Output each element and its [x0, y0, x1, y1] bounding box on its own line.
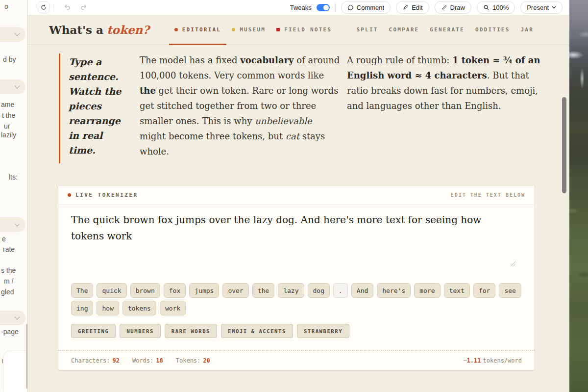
tokenizer-panel-label: LIVE TOKENIZER	[68, 192, 138, 198]
token-chip[interactable]: text	[444, 283, 470, 298]
token-chip[interactable]: work	[160, 301, 186, 315]
sidebar-text-fragment: gled	[1, 288, 14, 296]
sidebar-text-fragment: lazily	[1, 131, 16, 139]
sidebar-text-fragment: lts:	[9, 173, 18, 181]
token-chip[interactable]: lazy	[278, 283, 304, 298]
token-chip[interactable]: ing	[71, 301, 93, 315]
token-chip[interactable]: for	[473, 283, 495, 298]
page-title: What's atoken?	[49, 23, 149, 36]
sidebar-text-fragment: ame	[1, 101, 14, 108]
nav-item-oddities[interactable]: ODDITIES	[470, 15, 515, 45]
sidebar-collapsed-section[interactable]	[0, 27, 25, 42]
pencil-icon	[441, 4, 447, 11]
tokenizer-panel-hint: EDIT THE TEXT BELOW	[451, 192, 525, 198]
circle-dot-icon	[174, 28, 178, 31]
refresh-icon	[41, 4, 47, 10]
redo-icon[interactable]	[80, 4, 87, 10]
token-chip[interactable]: the	[252, 283, 274, 298]
token-chip[interactable]: quick	[97, 283, 126, 298]
preset-button-numbers[interactable]: NUMBERS	[120, 324, 160, 338]
chevron-down-icon	[14, 30, 20, 36]
sidebar-collapsed-section[interactable]	[0, 79, 25, 94]
edit-button[interactable]: Edit	[396, 1, 429, 14]
nav-item-jar[interactable]: JAR	[515, 15, 539, 45]
nav-item-editorial[interactable]: EDITORIAL	[169, 15, 226, 45]
toolbar-divider	[53, 3, 54, 11]
token-chip[interactable]: tokens	[122, 301, 156, 315]
tokenizer-input[interactable]: The quick brown fox jumps over the lazy …	[71, 212, 512, 273]
toolbar-divider	[335, 3, 336, 12]
intro-paragraph-2: A rough rule of thumb: 1 token ≈ ¾ of an…	[347, 52, 553, 113]
draw-button[interactable]: Draw	[435, 1, 471, 14]
stat-words: Words:18	[132, 357, 163, 364]
comment-icon	[347, 4, 354, 11]
nav-item-compare[interactable]: COMPARE	[384, 15, 425, 45]
sidebar-text-fragment: -page	[1, 328, 19, 336]
stat-characters: Characters:92	[71, 357, 120, 364]
zoom-button[interactable]: 100%	[477, 1, 515, 14]
square-dot-icon	[276, 28, 280, 31]
design-canvas: What's atoken? EDITORIALMUSEUMFIELD NOTE…	[28, 15, 569, 392]
token-chip[interactable]: .	[333, 283, 348, 298]
preset-button-greeting[interactable]: GREETING	[71, 324, 116, 338]
token-chip[interactable]: more	[414, 283, 440, 298]
sidebar-text-fragment: d by	[3, 55, 16, 63]
chevron-down-icon	[14, 83, 20, 88]
sidebar-collapsed-section[interactable]	[0, 311, 25, 325]
resize-handle-icon[interactable]	[511, 261, 516, 266]
token-chip[interactable]: here's	[377, 283, 411, 298]
sidebar-input-box[interactable]	[3, 350, 28, 392]
token-chip[interactable]: The	[71, 283, 93, 298]
token-chip[interactable]: over	[222, 283, 248, 298]
token-chip[interactable]: dog	[308, 283, 330, 298]
main-column: Tweaks Comment Edit Draw 100% Present	[28, 0, 569, 392]
sidebar-scrollbar[interactable]	[26, 324, 27, 389]
left-panel: o d by ame t the ur lazily lts: e rate s…	[0, 0, 28, 392]
intro-paragraph-1: The model has a fixed vocabulary of arou…	[140, 52, 341, 159]
token-chip[interactable]: brown	[130, 283, 160, 298]
undo-icon[interactable]	[64, 4, 71, 10]
sidebar-text-fragment: e	[2, 235, 6, 243]
sidebar-text-fragment: o	[4, 2, 8, 10]
page-scrollbar[interactable]	[562, 97, 566, 193]
nav-item-generate[interactable]: GENERATE	[424, 15, 470, 45]
site-nav-secondary: SPLITCOMPAREGENERATEODDITIESJAR	[351, 15, 539, 45]
token-chip[interactable]: see	[499, 283, 521, 298]
chevron-down-icon	[14, 314, 20, 319]
tokenizer-stats-bar: Characters:92Words:18Tokens:20 ~1.11toke…	[58, 350, 535, 370]
sidebar-text-fragment: ur	[4, 122, 10, 130]
tokens-per-word-ratio: ~1.11tokens/word	[463, 357, 522, 364]
sidebar-collapsed-section[interactable]	[0, 217, 25, 232]
token-list: Thequickbrownfoxjumpsoverthelazydog.Andh…	[71, 283, 523, 315]
tokenizer-input-text: The quick brown fox jumps over the lazy …	[71, 214, 481, 242]
token-chip[interactable]: And	[351, 283, 373, 298]
preset-button-strawberry[interactable]: STRAWBERRY	[297, 324, 349, 338]
stats-list: Characters:92Words:18Tokens:20	[71, 357, 223, 364]
sidebar-text-fragment: s the	[1, 266, 16, 274]
nav-item-field-notes[interactable]: FIELD NOTES	[271, 15, 337, 45]
site-header: What's atoken? EDITORIALMUSEUMFIELD NOTE…	[28, 15, 569, 45]
token-chip[interactable]: fox	[164, 283, 186, 298]
tweaks-toggle[interactable]	[317, 4, 330, 11]
preset-button-rare-words[interactable]: RARE WORDS	[165, 324, 217, 338]
toolbar-actions: Tweaks Comment Edit Draw 100% Present	[290, 1, 563, 14]
sidebar-text-fragment: m /	[4, 277, 13, 285]
site-nav-primary: EDITORIALMUSEUMFIELD NOTES	[169, 15, 337, 45]
comment-button[interactable]: Comment	[341, 1, 391, 14]
page-title-accent: token?	[107, 23, 149, 36]
token-chip[interactable]: how	[97, 301, 119, 315]
nav-item-museum[interactable]: MUSEUM	[226, 15, 271, 45]
live-tokenizer-panel: LIVE TOKENIZER EDIT THE TEXT BELOW The q…	[58, 185, 535, 370]
toggle-knob	[323, 5, 329, 10]
pen-icon	[402, 4, 409, 11]
present-button[interactable]: Present	[520, 1, 563, 14]
tokenizer-panel-header: LIVE TOKENIZER EDIT THE TEXT BELOW	[58, 185, 535, 205]
sidebar-text-fragment: rate	[3, 245, 15, 253]
refresh-button[interactable]	[38, 1, 49, 13]
nav-item-split[interactable]: SPLIT	[351, 15, 383, 45]
preset-button-emoji-accents[interactable]: EMOJI & ACCENTS	[221, 324, 293, 338]
chevron-down-icon	[552, 6, 556, 9]
search-icon	[483, 4, 490, 11]
token-chip[interactable]: jumps	[189, 283, 219, 298]
app-toolbar: Tweaks Comment Edit Draw 100% Present	[28, 0, 569, 15]
